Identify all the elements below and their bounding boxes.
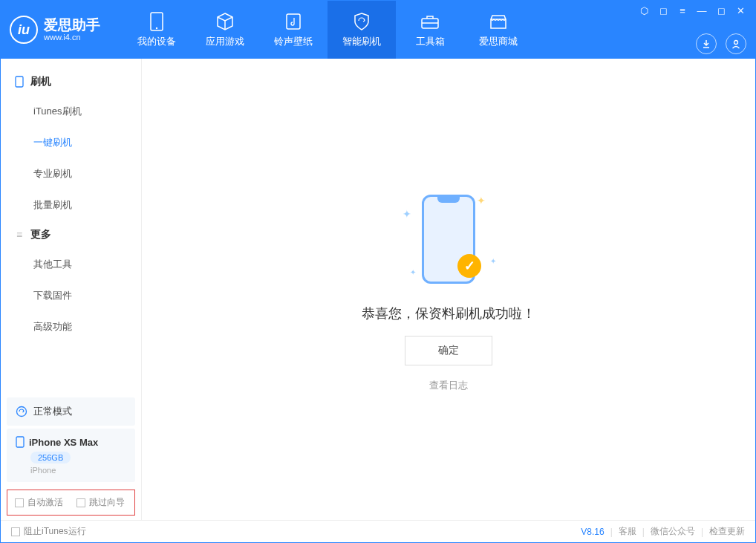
- minimize-button[interactable]: —: [696, 5, 708, 16]
- wechat-link[interactable]: 微信公众号: [651, 525, 695, 538]
- sidebar-item-download-firmware[interactable]: 下载固件: [1, 280, 141, 311]
- checkbox-icon: [11, 527, 20, 536]
- checkbox-icon: [76, 498, 85, 507]
- device-icon: [147, 12, 166, 31]
- ok-button[interactable]: 确定: [405, 336, 492, 365]
- sidebar-group-more: ≡ 更多: [1, 221, 141, 249]
- device-type-label: iPhone: [30, 466, 126, 475]
- app-title: 爱思助手: [44, 18, 100, 33]
- options-row: 自动激活 跳过向导: [7, 490, 135, 516]
- sidebar-item-advanced[interactable]: 高级功能: [1, 311, 141, 342]
- svg-point-7: [17, 407, 27, 417]
- toolbox-icon: [420, 12, 440, 31]
- logo-icon: iu: [10, 16, 38, 44]
- window-controls: ⬡ ◻ ≡ — ◻ ✕: [638, 5, 746, 16]
- device-mode-card[interactable]: 正常模式: [7, 397, 135, 426]
- list-icon: ≡: [14, 230, 25, 240]
- main-tabs: 我的设备 应用游戏 铃声壁纸 智能刷机 工具箱 爱思商城: [123, 1, 532, 59]
- device-name-label: iPhone XS Max: [29, 437, 98, 448]
- sidebar-item-pro-flash[interactable]: 专业刷机: [1, 158, 141, 189]
- checkbox-block-itunes[interactable]: 阻止iTunes运行: [11, 525, 86, 538]
- sidebar-group-flash: 刷机: [1, 68, 141, 96]
- capacity-badge: 256GB: [30, 452, 71, 464]
- checkbox-icon: [15, 498, 24, 507]
- sidebar-item-other-tools[interactable]: 其他工具: [1, 249, 141, 280]
- view-log-link[interactable]: 查看日志: [429, 379, 468, 392]
- sidebar: 刷机 iTunes刷机 一键刷机 专业刷机 批量刷机 ≡ 更多 其他工具 下载固…: [1, 59, 142, 520]
- svg-rect-8: [16, 437, 24, 447]
- status-bar: 阻止iTunes运行 V8.16 | 客服 | 微信公众号 | 检查更新: [1, 520, 755, 542]
- sidebar-item-batch-flash[interactable]: 批量刷机: [1, 189, 141, 221]
- checkbox-skip-guide[interactable]: 跳过向导: [76, 496, 125, 509]
- sync-icon: [16, 406, 27, 417]
- tab-store[interactable]: 爱思商城: [464, 1, 532, 59]
- success-illustration: ✦ ✦ ✦ ✦ ✓: [374, 187, 523, 291]
- svg-rect-6: [16, 77, 23, 87]
- title-bar: iu 爱思助手 www.i4.cn 我的设备 应用游戏 铃声壁纸 智能刷机 工具…: [1, 1, 755, 59]
- feedback-icon[interactable]: ◻: [657, 5, 669, 16]
- tab-ringtones-wallpapers[interactable]: 铃声壁纸: [259, 1, 328, 59]
- tab-my-device[interactable]: 我的设备: [123, 1, 191, 59]
- support-link[interactable]: 客服: [619, 525, 636, 538]
- svg-point-5: [734, 41, 738, 45]
- tab-toolbox[interactable]: 工具箱: [396, 1, 464, 59]
- tab-smart-flash[interactable]: 智能刷机: [328, 1, 396, 59]
- menu-icon[interactable]: ≡: [677, 5, 688, 16]
- app-subtitle: www.i4.cn: [44, 33, 100, 42]
- maximize-button[interactable]: ◻: [715, 5, 727, 16]
- app-logo: iu 爱思助手 www.i4.cn: [10, 16, 100, 44]
- check-badge-icon: ✓: [457, 254, 481, 278]
- store-icon: [489, 12, 508, 31]
- device-card[interactable]: iPhone XS Max 256GB iPhone: [7, 429, 135, 482]
- device-outline-icon: [16, 436, 25, 448]
- cube-icon: [215, 12, 235, 31]
- sidebar-item-oneclick-flash[interactable]: 一键刷机: [1, 127, 141, 158]
- phone-outline-icon: [14, 77, 25, 87]
- music-note-icon: [284, 12, 303, 31]
- mode-label: 正常模式: [33, 405, 72, 418]
- version-label: V8.16: [581, 527, 604, 537]
- checkbox-auto-activate[interactable]: 自动激活: [15, 496, 63, 509]
- tshirt-icon[interactable]: ⬡: [638, 5, 650, 16]
- svg-point-1: [156, 27, 157, 28]
- sidebar-item-itunes-flash[interactable]: iTunes刷机: [1, 96, 141, 127]
- close-button[interactable]: ✕: [734, 5, 746, 16]
- success-message: 恭喜您，保资料刷机成功啦！: [362, 305, 535, 322]
- tab-apps-games[interactable]: 应用游戏: [191, 1, 259, 59]
- user-icon[interactable]: [726, 33, 746, 54]
- shield-sync-icon: [352, 12, 371, 31]
- check-update-link[interactable]: 检查更新: [709, 525, 745, 538]
- svg-rect-2: [287, 14, 300, 29]
- main-content: ✦ ✦ ✦ ✦ ✓ 恭喜您，保资料刷机成功啦！ 确定 查看日志: [142, 59, 755, 520]
- download-icon[interactable]: [696, 33, 717, 54]
